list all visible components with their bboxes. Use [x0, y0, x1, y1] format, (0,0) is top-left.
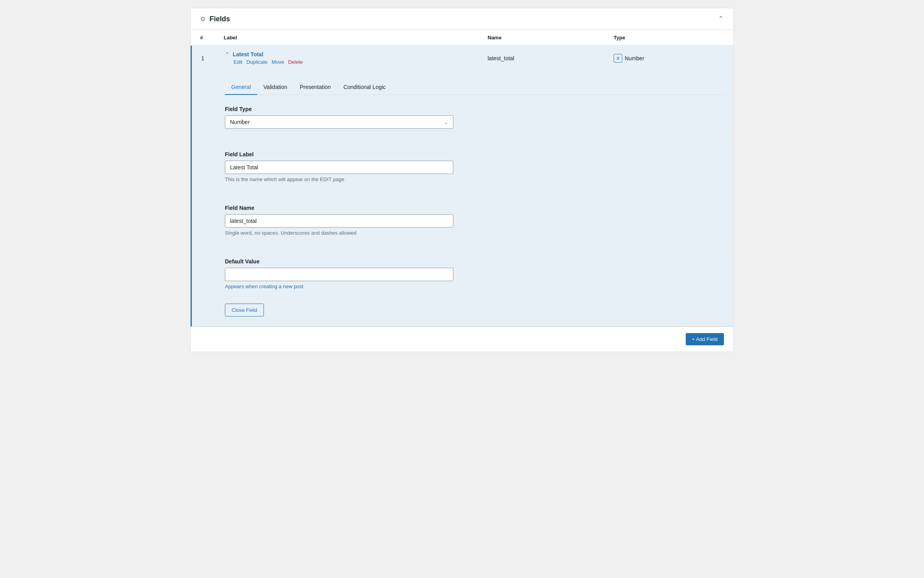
gear-icon: ⚙	[200, 15, 206, 23]
tabs: General Validation Presentation Conditio…	[225, 80, 724, 95]
collapse-icon[interactable]: ⌃	[718, 15, 724, 23]
move-action[interactable]: Move	[272, 59, 284, 65]
field-name-input[interactable]	[225, 214, 453, 228]
field-label-input[interactable]	[225, 161, 453, 174]
type-text: Number	[625, 55, 644, 61]
row-label-top: ⌃ Latest Total	[225, 51, 488, 57]
fields-title: Fields	[210, 15, 230, 23]
tab-general[interactable]: General	[225, 80, 257, 95]
field-label-hint: This is the name which will appear on th…	[225, 176, 724, 182]
edit-action[interactable]: Edit	[234, 59, 242, 65]
default-value-label: Default Value	[225, 258, 724, 265]
tab-validation[interactable]: Validation	[257, 80, 293, 95]
fields-header-left: ⚙ Fields	[200, 15, 230, 23]
close-field-button[interactable]: Close Field	[225, 304, 264, 317]
delete-action[interactable]: Delete	[288, 59, 303, 65]
field-type-select[interactable]: Number	[225, 115, 453, 129]
default-value-section: Default Value Appears when creating a ne…	[225, 247, 724, 289]
row-type: # Number	[614, 54, 724, 63]
row-number: 1	[201, 55, 225, 61]
type-icon: #	[614, 54, 622, 63]
field-name-hint: Single word, no spaces. Underscores and …	[225, 230, 724, 236]
default-value-hint: Appears when creating a new post	[225, 283, 724, 289]
bottom-bar: + Add Field	[191, 326, 733, 352]
fields-header: ⚙ Fields ⌃	[191, 8, 733, 30]
col-header-label: Label	[224, 35, 488, 41]
table-row: 1 ⌃ Latest Total Edit Duplicate Move Del…	[191, 46, 733, 326]
row-label-area: ⌃ Latest Total Edit Duplicate Move Delet…	[225, 51, 488, 65]
field-type-section: Field Type Number ⌄	[225, 106, 724, 129]
field-name-section: Field Name Single word, no spaces. Under…	[225, 193, 724, 236]
col-header-type: Type	[614, 35, 724, 41]
fields-panel: ⚙ Fields ⌃ # Label Name Type 1 ⌃ Latest …	[190, 8, 734, 352]
row-actions: Edit Duplicate Move Delete	[234, 59, 488, 65]
default-value-input[interactable]	[225, 268, 453, 281]
field-type-select-wrapper: Number ⌄	[225, 115, 453, 129]
field-label-text: Latest Total	[233, 51, 263, 57]
row-name: latest_total	[488, 55, 614, 61]
field-name-label: Field Name	[225, 205, 724, 211]
field-label-section: Field Label This is the name which will …	[225, 140, 724, 182]
col-header-name: Name	[488, 35, 614, 41]
tab-presentation[interactable]: Presentation	[293, 80, 337, 95]
col-header-number: #	[200, 35, 224, 41]
field-row-main: 1 ⌃ Latest Total Edit Duplicate Move Del…	[192, 46, 733, 70]
tab-conditional-logic[interactable]: Conditional Logic	[337, 80, 392, 95]
duplicate-action[interactable]: Duplicate	[246, 59, 267, 65]
add-field-button[interactable]: + Add Field	[686, 333, 724, 345]
edit-panel: General Validation Presentation Conditio…	[192, 70, 733, 326]
field-label-label: Field Label	[225, 151, 724, 157]
table-header: # Label Name Type	[191, 30, 733, 46]
chevron-up-icon[interactable]: ⌃	[225, 51, 230, 57]
field-type-label: Field Type	[225, 106, 724, 112]
